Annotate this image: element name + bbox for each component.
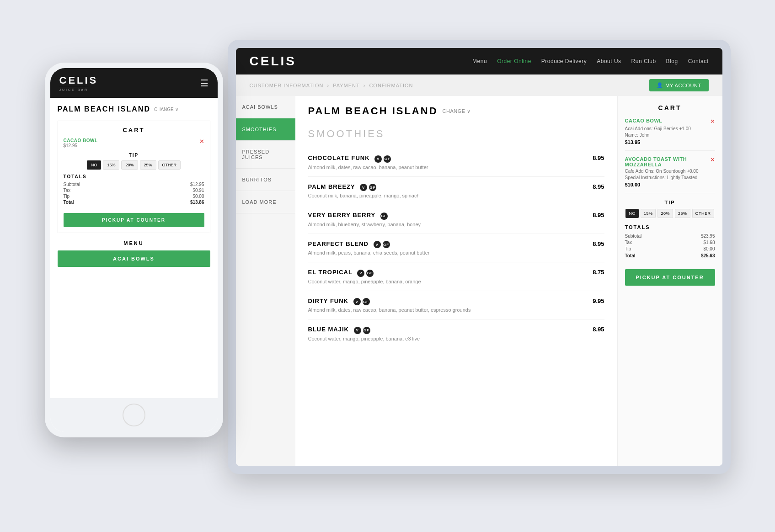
phone-totals-total: Total $13.86 bbox=[64, 200, 204, 205]
totals-section: TOTALS Subtotal $23.95 Tax $1.68 Tip $0.… bbox=[625, 224, 715, 258]
totals-tax: Tax $1.68 bbox=[625, 240, 715, 245]
badge-gf: GF bbox=[380, 213, 388, 220]
badge-v: V bbox=[353, 298, 361, 305]
cart-title: CART bbox=[625, 104, 715, 112]
table-row[interactable]: CHOCOLATE FUNK V GF Almond milk, dates, … bbox=[308, 148, 604, 177]
phone-body: PALM BEACH ISLAND CHANGE ∨ CART CACAO BO… bbox=[50, 98, 218, 398]
tablet-cart: CART CACAO BOWL ✕ Acai Add ons: Goji Ber… bbox=[617, 96, 722, 466]
breadcrumb-payment[interactable]: PAYMENT bbox=[333, 83, 360, 88]
badge-v: V bbox=[374, 241, 381, 248]
tablet-nav: CELIS Menu Order Online Produce Delivery… bbox=[236, 48, 722, 74]
nav-blog[interactable]: Blog bbox=[666, 58, 678, 64]
sidebar-item-more[interactable]: LOAD MORE bbox=[236, 191, 295, 213]
breadcrumb-items: CUSTOMER INFORMATION › PAYMENT › CONFIRM… bbox=[250, 83, 413, 88]
phone-cart-item: CACAO BOWL $12.95 ✕ bbox=[64, 138, 204, 148]
cart-item-1: CACAO BOWL ✕ Acai Add ons: Goji Berries … bbox=[625, 118, 715, 151]
change-location-link[interactable]: CHANGE ∨ bbox=[443, 108, 471, 114]
tip-25[interactable]: 25% bbox=[675, 209, 690, 218]
tablet-pickup-button[interactable]: PICKUP AT COUNTER bbox=[625, 269, 715, 286]
phone-location-name: PALM BEACH ISLAND bbox=[58, 105, 150, 113]
sidebar-item-acai[interactable]: ACAI BOWLS bbox=[236, 96, 295, 118]
person-icon: 👤 bbox=[657, 82, 663, 88]
phone-totals-tip: Tip $0.00 bbox=[64, 194, 204, 199]
phone-totals-subtotal: Subtotal $12.95 bbox=[64, 182, 204, 187]
phone-home-button[interactable] bbox=[123, 404, 145, 426]
phone-cart-title: CART bbox=[64, 127, 204, 133]
phone-tip-no[interactable]: NO bbox=[87, 160, 102, 170]
totals-tip: Tip $0.00 bbox=[625, 246, 715, 251]
badge-gf: GF bbox=[366, 270, 374, 277]
tip-15[interactable]: 15% bbox=[641, 209, 656, 218]
phone-tip-15[interactable]: 15% bbox=[103, 160, 119, 170]
nav-produce-delivery[interactable]: Produce Delivery bbox=[541, 58, 587, 64]
phone-nav: CELIS JUICE BAR ☰ bbox=[50, 68, 218, 98]
phone-screen: CELIS JUICE BAR ☰ PALM BEACH ISLAND CHAN… bbox=[50, 68, 218, 432]
sidebar-item-juices[interactable]: PRESSED JUICES bbox=[236, 141, 295, 169]
tablet-main: PALM BEACH ISLAND CHANGE ∨ SMOOTHIES CHO… bbox=[295, 96, 617, 466]
badge-gf: GF bbox=[363, 327, 370, 334]
badge-v: V bbox=[354, 327, 361, 334]
phone-cart-remove[interactable]: ✕ bbox=[199, 138, 204, 145]
table-row[interactable]: EL TROPICAL V GF Coconut water, mango, p… bbox=[308, 262, 604, 291]
phone-tip-20[interactable]: 20% bbox=[121, 160, 138, 170]
cart-item-1-remove[interactable]: ✕ bbox=[710, 118, 715, 125]
badge-gf: GF bbox=[369, 184, 376, 191]
phone-tip-other[interactable]: OTHER bbox=[158, 160, 181, 170]
breadcrumb-confirmation[interactable]: CONFIRMATION bbox=[369, 83, 413, 88]
badge-v: V bbox=[357, 270, 364, 277]
sidebar-item-smoothies[interactable]: SMOOTHIES bbox=[236, 118, 295, 141]
phone-pickup-button[interactable]: PICKUP AT COUNTER bbox=[64, 213, 204, 227]
tablet-sidebar: ACAI BOWLS SMOOTHIES PRESSED JUICES BURR… bbox=[236, 96, 295, 466]
table-row[interactable]: PEARFECT BLEND V GF Almond milk, pears, … bbox=[308, 234, 604, 263]
phone-tip-section: TIP NO 15% 20% 25% OTHER bbox=[64, 153, 204, 170]
tablet-screen: CELIS Menu Order Online Produce Delivery… bbox=[236, 48, 722, 466]
badge-v: V bbox=[360, 184, 367, 191]
section-title: SMOOTHIES bbox=[308, 128, 604, 140]
badge-gf: GF bbox=[383, 241, 390, 248]
nav-order-online[interactable]: Order Online bbox=[497, 58, 531, 64]
phone-tip-25[interactable]: 25% bbox=[140, 160, 156, 170]
tablet-nav-links: Menu Order Online Produce Delivery About… bbox=[472, 58, 708, 64]
phone-menu-section: MENU ACAI BOWLS bbox=[58, 240, 210, 267]
phone-cart-box: CART CACAO BOWL $12.95 ✕ TIP NO 15% bbox=[58, 121, 210, 233]
nav-menu[interactable]: Menu bbox=[472, 58, 487, 64]
tip-20[interactable]: 20% bbox=[657, 209, 673, 218]
breadcrumb-sep-2: › bbox=[363, 83, 366, 88]
totals-total: Total $25.63 bbox=[625, 253, 715, 258]
scene: CELIS Menu Order Online Produce Delivery… bbox=[45, 26, 731, 506]
phone-location-header: PALM BEACH ISLAND CHANGE ∨ bbox=[58, 105, 210, 113]
table-row[interactable]: DIRTY FUNK V GF Almond milk, dates, raw … bbox=[308, 291, 604, 320]
tip-other[interactable]: OTHER bbox=[692, 209, 714, 218]
sidebar-item-burritos[interactable]: BURRITOS bbox=[236, 169, 295, 191]
badge-gf: GF bbox=[384, 155, 391, 163]
badge-v: V bbox=[374, 155, 382, 163]
phone-totals: TOTALS Subtotal $12.95 Tax $0.91 Tip $0.… bbox=[64, 174, 204, 205]
tip-no[interactable]: NO bbox=[625, 209, 639, 218]
table-row[interactable]: VERY BERRY BERRY GF Almond milk, blueber… bbox=[308, 205, 604, 234]
phone-logo-sub: JUICE BAR bbox=[59, 87, 89, 91]
nav-about-us[interactable]: About Us bbox=[597, 58, 621, 64]
nav-run-club[interactable]: Run Club bbox=[631, 58, 656, 64]
phone-device: CELIS JUICE BAR ☰ PALM BEACH ISLAND CHAN… bbox=[45, 63, 223, 437]
breadcrumb-customer[interactable]: CUSTOMER INFORMATION bbox=[250, 83, 324, 88]
cart-item-2-remove[interactable]: ✕ bbox=[710, 156, 715, 163]
phone-menu-acai-button[interactable]: ACAI BOWLS bbox=[58, 250, 210, 267]
hamburger-icon[interactable]: ☰ bbox=[200, 78, 208, 89]
tablet-logo: CELIS bbox=[250, 54, 296, 69]
location-header: PALM BEACH ISLAND CHANGE ∨ bbox=[308, 105, 604, 117]
badge-gf: GF bbox=[363, 298, 370, 305]
table-row[interactable]: BLUE MAJIK V GF Coconut water, mango, pi… bbox=[308, 319, 604, 348]
breadcrumb-sep-1: › bbox=[327, 83, 329, 88]
cart-item-2: AVOCADO TOAST WITH MOZZARELLA ✕ Cafe Add… bbox=[625, 156, 715, 193]
location-name: PALM BEACH ISLAND bbox=[308, 105, 438, 117]
phone-logo: CELIS bbox=[59, 74, 98, 86]
table-row[interactable]: PALM BREEZY V GF Coconut milk, banana, p… bbox=[308, 177, 604, 206]
tip-section: TIP NO 15% 20% 25% OTHER bbox=[625, 200, 715, 218]
tablet-breadcrumb: CUSTOMER INFORMATION › PAYMENT › CONFIRM… bbox=[236, 74, 722, 96]
tablet-device: CELIS Menu Order Online Produce Delivery… bbox=[228, 40, 731, 474]
phone-change-location[interactable]: CHANGE ∨ bbox=[154, 107, 178, 112]
nav-contact[interactable]: Contact bbox=[688, 58, 709, 64]
my-account-button[interactable]: 👤 MY ACCOUNT bbox=[649, 79, 709, 91]
phone-totals-tax: Tax $0.91 bbox=[64, 188, 204, 193]
tablet-body: ACAI BOWLS SMOOTHIES PRESSED JUICES BURR… bbox=[236, 96, 722, 466]
